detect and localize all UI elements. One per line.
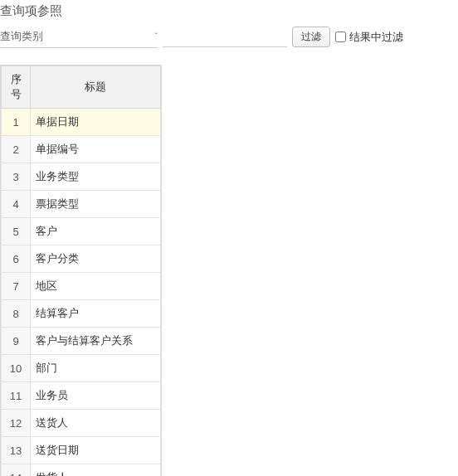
row-index: 7 — [2, 273, 31, 300]
table-row[interactable]: 14发货人 — [2, 464, 161, 477]
filter-in-results[interactable]: 结果中过滤 — [335, 30, 403, 45]
category-select-label: 查询类别 — [0, 29, 43, 44]
filter-bar: 查询类别 ˇ 过滤 结果中过滤 — [0, 26, 458, 48]
row-title: 送货人 — [31, 410, 161, 437]
row-index: 8 — [2, 300, 31, 328]
row-title: 发货人 — [31, 464, 161, 477]
table-row[interactable]: 8结算客户 — [2, 300, 161, 328]
row-index: 10 — [2, 355, 31, 382]
table-row[interactable]: 7地区 — [2, 273, 161, 300]
table-row[interactable]: 12送货人 — [2, 410, 161, 437]
row-title: 客户 — [31, 218, 161, 245]
row-title: 票据类型 — [31, 191, 161, 218]
row-title: 客户分类 — [31, 245, 161, 273]
table-row[interactable]: 5客户 — [2, 218, 161, 245]
row-index: 14 — [2, 464, 31, 477]
row-index: 4 — [2, 191, 31, 218]
row-index: 12 — [2, 410, 31, 437]
table-row[interactable]: 9客户与结算客户关系 — [2, 328, 161, 355]
row-title: 单据编号 — [31, 136, 161, 163]
chevron-down-icon: ˇ — [155, 32, 158, 41]
table-container: 序号 标题 1单据日期2单据编号3业务类型4票据类型5客户6客户分类7地区8结算… — [0, 65, 162, 476]
table-row[interactable]: 1单据日期 — [2, 109, 161, 136]
table-row[interactable]: 4票据类型 — [2, 191, 161, 218]
table-row[interactable]: 6客户分类 — [2, 245, 161, 273]
row-title: 业务员 — [31, 382, 161, 410]
page-title: 查询项参照 — [0, 0, 458, 26]
table-row[interactable]: 2单据编号 — [2, 136, 161, 163]
row-index: 5 — [2, 218, 31, 245]
table-row[interactable]: 13送货日期 — [2, 437, 161, 464]
row-title: 结算客户 — [31, 300, 161, 328]
row-title: 业务类型 — [31, 163, 161, 191]
row-title: 地区 — [31, 273, 161, 300]
table-row[interactable]: 10部门 — [2, 355, 161, 382]
row-title: 部门 — [31, 355, 161, 382]
row-index: 6 — [2, 245, 31, 273]
filter-button[interactable]: 过滤 — [292, 27, 330, 47]
row-title: 送货日期 — [31, 437, 161, 464]
row-title: 客户与结算客户关系 — [31, 328, 161, 355]
table-row[interactable]: 3业务类型 — [2, 163, 161, 191]
col-header-index: 序号 — [2, 66, 31, 109]
row-index: 2 — [2, 136, 31, 163]
query-items-table: 序号 标题 1单据日期2单据编号3业务类型4票据类型5客户6客户分类7地区8结算… — [1, 66, 161, 476]
filter-input[interactable] — [163, 27, 287, 47]
filter-in-results-label: 结果中过滤 — [349, 30, 403, 45]
col-header-title: 标题 — [31, 66, 161, 109]
row-index: 3 — [2, 163, 31, 191]
row-index: 11 — [2, 382, 31, 410]
row-title: 单据日期 — [31, 109, 161, 136]
filter-in-results-checkbox[interactable] — [335, 32, 346, 42]
category-select[interactable]: 查询类别 ˇ — [0, 26, 158, 48]
row-index: 1 — [2, 109, 31, 136]
table-row[interactable]: 11业务员 — [2, 382, 161, 410]
row-index: 13 — [2, 437, 31, 464]
row-index: 9 — [2, 328, 31, 355]
